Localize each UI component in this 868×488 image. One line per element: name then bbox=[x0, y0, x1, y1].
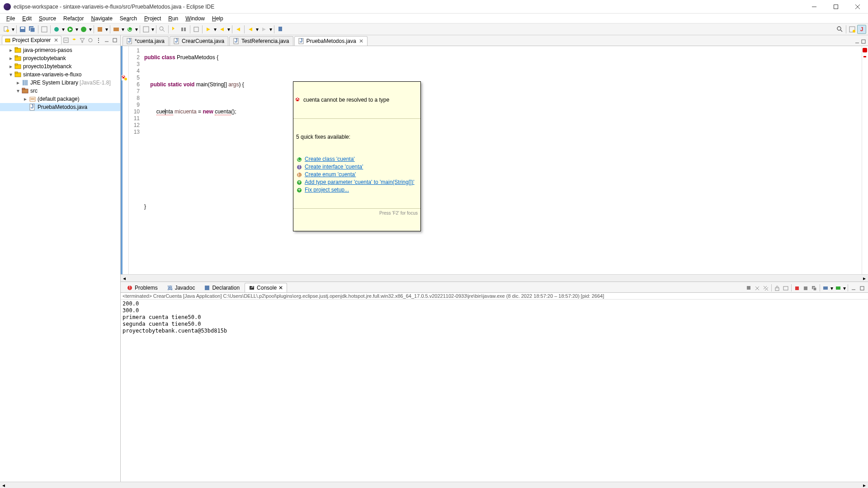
menu-file[interactable]: File bbox=[3, 14, 19, 23]
forward-dropdown[interactable]: ▾ bbox=[269, 26, 273, 33]
close-button[interactable] bbox=[851, 0, 864, 14]
scroll-left-icon[interactable]: ◂ bbox=[121, 275, 128, 282]
expander-icon[interactable]: ▾ bbox=[7, 71, 14, 78]
expander-icon[interactable]: ▸ bbox=[22, 95, 29, 103]
quickfix-item[interactable]: +Add type parameter 'cuenta' to 'main(St… bbox=[296, 178, 418, 186]
save-all-button[interactable] bbox=[28, 25, 37, 34]
project-tree[interactable]: ▸java-primeros-pasos▸proyectobytebank▸pr… bbox=[0, 45, 120, 482]
console-display-dropdown[interactable]: ▾ bbox=[830, 284, 834, 292]
debug-button[interactable] bbox=[52, 25, 61, 34]
menu-search[interactable]: Search bbox=[116, 14, 141, 23]
last-edit-button[interactable] bbox=[234, 25, 243, 34]
scroll-right-icon[interactable]: ▸ bbox=[861, 482, 868, 488]
search-button[interactable] bbox=[158, 25, 167, 34]
editor-tab[interactable]: JCrearCuenta.java bbox=[170, 36, 228, 46]
new-dropdown[interactable]: ▾ bbox=[11, 26, 15, 33]
expander-icon[interactable]: ▸ bbox=[7, 47, 14, 54]
search-icon[interactable] bbox=[835, 25, 844, 34]
menu-navigate[interactable]: Navigate bbox=[87, 14, 116, 23]
console-minimize-button[interactable] bbox=[849, 284, 858, 292]
prev-edit-button[interactable] bbox=[217, 25, 226, 34]
menu-window[interactable]: Window bbox=[182, 14, 208, 23]
expander-icon[interactable]: ▾ bbox=[14, 87, 22, 94]
console-terminate-button[interactable] bbox=[793, 284, 801, 292]
minimize-view-button[interactable] bbox=[103, 37, 110, 44]
scroll-right-icon[interactable]: ▸ bbox=[861, 275, 868, 282]
save-button[interactable] bbox=[18, 25, 27, 34]
console-remove-all-launch-button[interactable] bbox=[810, 284, 818, 292]
menu-help[interactable]: Help bbox=[208, 14, 227, 23]
tree-item[interactable]: ▸proyecto1bytebanck bbox=[0, 62, 120, 70]
editor-tab[interactable]: JTestReferencia.java bbox=[229, 36, 293, 46]
overview-ruler[interactable] bbox=[862, 46, 868, 274]
console-pin-button[interactable] bbox=[745, 284, 753, 292]
bottom-tab-javadoc[interactable]: @Javadoc bbox=[163, 283, 199, 292]
java-perspective-button[interactable]: J bbox=[857, 25, 866, 34]
console-display-button[interactable] bbox=[821, 284, 830, 292]
external-tools-button[interactable] bbox=[95, 25, 104, 34]
overview-mark[interactable] bbox=[863, 56, 866, 57]
tree-item[interactable]: JPruebaMetodos.java bbox=[0, 103, 120, 111]
console-open-dropdown[interactable]: ▾ bbox=[843, 284, 846, 292]
prev-annotation-button[interactable] bbox=[192, 25, 201, 34]
filter-button[interactable] bbox=[79, 37, 86, 44]
pin-button[interactable] bbox=[276, 25, 285, 34]
quickfix-link[interactable]: Create interface 'cuenta' bbox=[305, 164, 363, 170]
console-scroll-lock-button[interactable] bbox=[773, 284, 781, 292]
console-output[interactable]: 200.0 300.0 primera cuenta tiene50.0 seg… bbox=[121, 300, 868, 482]
editor-scrollbar[interactable]: ◂ ▸ bbox=[121, 274, 868, 282]
console-clear-button[interactable] bbox=[753, 284, 761, 292]
quickfix-link[interactable]: Fix project setup... bbox=[305, 187, 349, 193]
tree-item[interactable]: ▸(default package) bbox=[0, 95, 120, 103]
quickfix-item[interactable]: ECreate enum 'cuenta' bbox=[296, 171, 418, 178]
maximize-view-button[interactable] bbox=[111, 37, 118, 44]
open-perspective-button[interactable] bbox=[848, 25, 857, 34]
console-show-tabs-button[interactable] bbox=[782, 284, 790, 292]
menu-project[interactable]: Project bbox=[141, 14, 165, 23]
focus-button[interactable] bbox=[87, 37, 94, 44]
scroll-left-icon[interactable]: ◂ bbox=[0, 482, 7, 488]
tree-item[interactable]: ▾src bbox=[0, 87, 120, 95]
expander-icon[interactable]: ▸ bbox=[7, 55, 14, 62]
editor-body[interactable]: ✕ 12345678910111213 public class PruebaM… bbox=[121, 46, 868, 274]
menu-source[interactable]: Source bbox=[35, 14, 60, 23]
toggle-mark-button[interactable] bbox=[170, 25, 179, 34]
prev-edit-dropdown[interactable]: ▾ bbox=[227, 26, 231, 33]
next-edit-button[interactable] bbox=[204, 25, 213, 34]
console-remove-all-button[interactable] bbox=[762, 284, 770, 292]
close-icon[interactable]: ✕ bbox=[359, 38, 363, 44]
bottom-tab-problems[interactable]: !Problems bbox=[123, 283, 162, 292]
link-editor-button[interactable] bbox=[71, 37, 78, 44]
new-class-button[interactable]: C bbox=[125, 25, 134, 34]
open-task-dropdown[interactable]: ▾ bbox=[151, 26, 155, 33]
console-maximize-button[interactable] bbox=[858, 284, 866, 292]
coverage-button[interactable] bbox=[79, 25, 88, 34]
next-edit-dropdown[interactable]: ▾ bbox=[213, 26, 217, 33]
bottom-tab-declaration[interactable]: Declaration bbox=[200, 283, 244, 292]
menu-refactor[interactable]: Refactor bbox=[60, 14, 87, 23]
quickfix-item[interactable]: CCreate class 'cuenta' bbox=[296, 155, 418, 163]
quickfix-item[interactable]: +Fix project setup... bbox=[296, 186, 418, 194]
quickfix-item[interactable]: ICreate interface 'cuenta' bbox=[296, 163, 418, 171]
overview-error-icon[interactable] bbox=[863, 48, 867, 52]
expander-icon[interactable] bbox=[22, 103, 29, 111]
expander-icon[interactable]: ▸ bbox=[7, 63, 14, 70]
editor-tab[interactable]: JPruebaMetodos.java✕ bbox=[294, 36, 368, 46]
toggle-breadcrumb-button[interactable] bbox=[179, 25, 189, 34]
error-marker-icon[interactable]: ✕ bbox=[122, 75, 127, 80]
new-package-button[interactable] bbox=[112, 25, 121, 34]
quickfix-link[interactable]: Add type parameter 'cuenta' to 'main(Str… bbox=[305, 179, 415, 186]
external-tools-dropdown[interactable]: ▾ bbox=[105, 26, 108, 33]
run-dropdown[interactable]: ▾ bbox=[75, 26, 79, 33]
tree-item[interactable]: ▸JRE System Library[JavaSE-1.8] bbox=[0, 79, 120, 87]
tree-item[interactable]: ▸proyectobytebank bbox=[0, 54, 120, 62]
back-dropdown[interactable]: ▾ bbox=[255, 26, 259, 33]
new-package-dropdown[interactable]: ▾ bbox=[121, 26, 125, 33]
new-button[interactable] bbox=[2, 25, 11, 34]
console-remove-launch-button[interactable] bbox=[802, 284, 810, 292]
marker-gutter[interactable]: ✕ bbox=[121, 46, 129, 274]
minimize-button[interactable] bbox=[807, 0, 821, 14]
editor-maximize-button[interactable] bbox=[861, 39, 866, 46]
forward-button[interactable] bbox=[259, 25, 269, 34]
tree-item[interactable]: ▸java-primeros-pasos bbox=[0, 46, 120, 54]
